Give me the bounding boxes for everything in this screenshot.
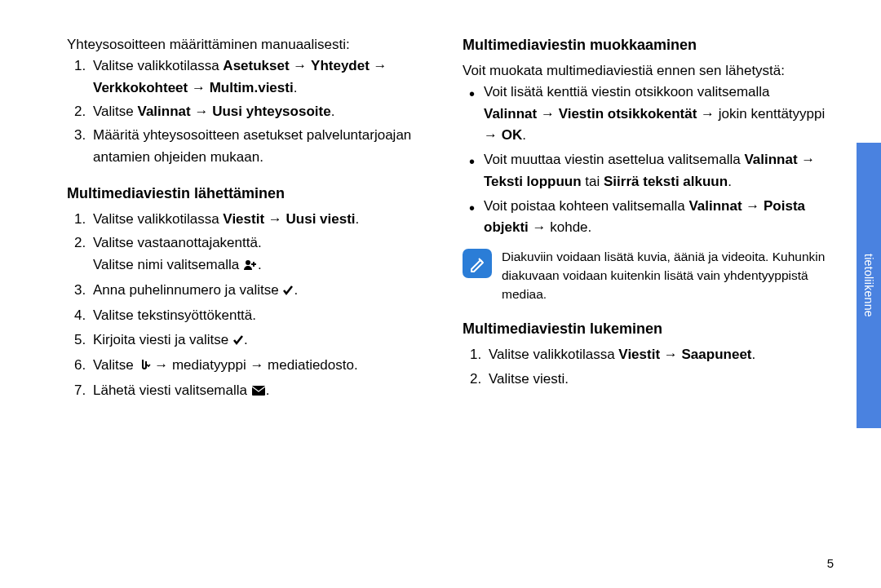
svg-rect-1 <box>252 386 265 396</box>
list-item: Valitse Valinnat → Uusi yhteysosoite. <box>90 101 430 122</box>
send-mms-list: Valitse valikkotilassa Viestit → Uusi vi… <box>90 209 430 404</box>
list-item: Valitse valikkotilassa Viestit → Uusi vi… <box>90 209 430 230</box>
list-item: Valitse tekstinsyöttökenttä. <box>90 305 430 326</box>
svg-point-0 <box>246 260 250 265</box>
list-item: Anna puhelinnumero ja valitse . <box>90 280 430 303</box>
list-item: Valitse → mediatyyppi → mediatiedosto. <box>90 355 430 378</box>
page-number: 5 <box>827 556 834 570</box>
attach-icon <box>138 356 151 378</box>
check-icon <box>282 281 294 303</box>
list-item: Voit muuttaa viestin asettelua valitsema… <box>466 149 826 192</box>
section-heading-send: Multimediaviestin lähettäminen <box>67 183 430 206</box>
right-column: Multimediaviestin muokkaaminen Voit muok… <box>463 34 826 588</box>
intro-text: Yhteysosoitteen määrittäminen manuaalise… <box>67 34 430 55</box>
side-tab: tietoliikenne <box>857 0 881 588</box>
list-item: Lähetä viesti valitsemalla . <box>90 380 430 403</box>
manual-address-list: Valitse valikkotilassa Asetukset → Yhtey… <box>90 55 430 168</box>
note-text: Diakuviin voidaan lisätä kuvia, ääniä ja… <box>502 247 826 304</box>
list-item: Valitse valikkotilassa Viestit → Saapune… <box>485 344 826 365</box>
check-icon <box>232 331 244 352</box>
note-icon <box>463 249 492 278</box>
edit-intro: Voit muokata multimediaviestiä ennen sen… <box>463 60 826 82</box>
person-add-icon <box>243 256 258 277</box>
list-item: Valitse vastaanottajakenttä. Valitse nim… <box>90 232 430 277</box>
left-column: Yhteysosoitteen määrittäminen manuaalise… <box>67 34 430 588</box>
envelope-icon <box>251 382 266 403</box>
list-item: Valitse valikkotilassa Asetukset → Yhtey… <box>90 55 430 99</box>
section-heading-edit: Multimediaviestin muokkaaminen <box>463 34 826 57</box>
section-heading-read: Multimediaviestin lukeminen <box>463 318 826 341</box>
list-item: Kirjoita viesti ja valitse . <box>90 329 430 352</box>
side-tab-spacer <box>857 0 881 143</box>
list-item: Valitse viesti. <box>485 369 826 390</box>
list-item: Voit poistaa kohteen valitsemalla Valinn… <box>466 196 826 239</box>
list-item: Määritä yhteysosoitteen asetukset palvel… <box>90 125 430 168</box>
page-content: Yhteysosoitteen määrittäminen manuaalise… <box>0 0 881 588</box>
side-tab-label: tietoliikenne <box>857 143 881 428</box>
edit-mms-list: Voit lisätä kenttiä viestin otsikkoon va… <box>466 82 826 238</box>
list-item: Voit lisätä kenttiä viestin otsikkoon va… <box>466 82 826 146</box>
note-block: Diakuviin voidaan lisätä kuvia, ääniä ja… <box>463 247 826 304</box>
read-mms-list: Valitse valikkotilassa Viestit → Saapune… <box>485 344 826 390</box>
